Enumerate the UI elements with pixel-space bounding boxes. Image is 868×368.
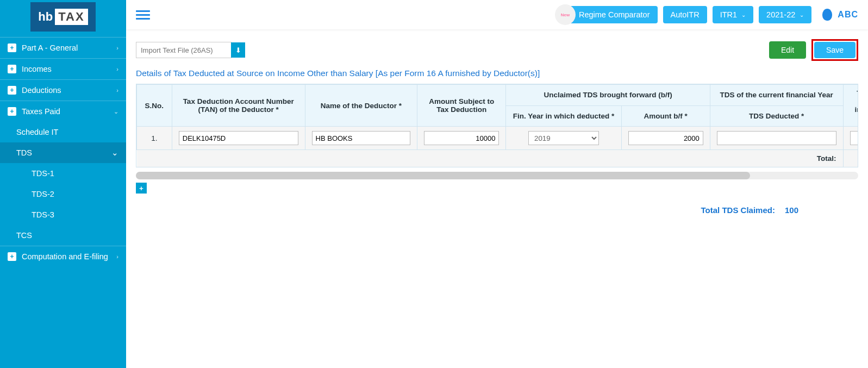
tds-claimed-input[interactable] <box>850 131 858 145</box>
col-tds-current-group: TDS of the current financial Year <box>710 85 843 106</box>
sidebar-item-label: Incomes <box>22 65 116 73</box>
chevron-down-icon: ⌄ <box>800 12 804 18</box>
dropdown-label: 2021-22 <box>766 10 795 19</box>
sidebar-item-label: TDS-3 <box>32 210 54 219</box>
chevron-down-icon: ⌄ <box>111 148 118 157</box>
add-row-button[interactable]: + <box>136 183 147 194</box>
sidebar-item-label: TDS-1 <box>32 169 54 178</box>
sidebar-item-label: Schedule IT <box>16 128 58 136</box>
expand-icon: + <box>8 43 16 52</box>
col-sno: S.No. <box>137 85 172 127</box>
autoitr-button[interactable]: AutoITR <box>663 6 707 23</box>
main: New Regime Comparator AutoITR ITR1 ⌄ 202… <box>126 0 868 368</box>
sidebar-item-tds3[interactable]: TDS-3 <box>0 204 126 225</box>
sidebar-item-tds1[interactable]: TDS-1 <box>0 163 126 184</box>
topbar: New Regime Comparator AutoITR ITR1 ⌄ 202… <box>126 0 868 29</box>
year-dropdown[interactable]: 2021-22 ⌄ <box>759 6 811 23</box>
sidebar-item-label: TDS <box>16 148 111 157</box>
total-row: Total: <box>137 150 859 167</box>
sidebar-item-label: Taxes Paid <box>22 107 114 116</box>
regime-comparator-button[interactable]: Regime Comparator <box>569 6 658 23</box>
save-button-highlight: Save <box>811 39 858 61</box>
scrollbar-thumb[interactable] <box>136 172 750 179</box>
sidebar-item-part-a[interactable]: + Part A - General › <box>0 37 126 58</box>
import-download-button[interactable]: ⬇ <box>231 42 245 58</box>
sidebar-item-computation[interactable]: + Computation and E-filing › <box>0 246 126 267</box>
chevron-down-icon: ⌄ <box>114 108 118 115</box>
table-row: 1. 2019 <box>137 127 859 150</box>
button-label: AutoITR <box>671 10 700 19</box>
chevron-right-icon: › <box>116 66 118 72</box>
sidebar-item-label: TDS-2 <box>32 190 54 198</box>
hamburger-icon[interactable] <box>136 8 150 22</box>
tds-table: S.No. Tax Deduction Account Number (TAN)… <box>136 84 858 167</box>
action-row: ⬇ Edit Save <box>136 39 858 61</box>
sidebar-item-tds2[interactable]: TDS-2 <box>0 184 126 204</box>
itr-dropdown[interactable]: ITR1 ⌄ <box>713 6 753 23</box>
dropdown-label: ITR1 <box>720 10 737 19</box>
amount-subject-input[interactable] <box>424 131 499 145</box>
logo-tax: TAX <box>55 9 88 25</box>
import-file-input[interactable] <box>136 42 232 58</box>
username-label: ABC <box>838 10 858 20</box>
chevron-right-icon: › <box>116 87 118 93</box>
amount-bf-input[interactable] <box>628 131 703 145</box>
col-unclaimed-group: Unclaimed TDS brought forward (b/f) <box>506 85 710 106</box>
col-credit: TDS credit being claimed this Year (only… <box>843 85 858 127</box>
logo-hb: hb <box>38 10 53 24</box>
sidebar-item-label: Part A - General <box>22 43 116 52</box>
col-amount-subject: Amount Subject to Tax Deduction <box>417 85 506 127</box>
col-amount-bf: Amount b/f * <box>621 105 710 127</box>
total-tds-claimed-label: Total TDS Claimed: <box>701 205 775 215</box>
sidebar-item-label: Deductions <box>22 86 116 95</box>
sidebar-item-incomes[interactable]: + Incomes › <box>0 58 126 79</box>
expand-icon: + <box>8 107 16 116</box>
content: ⬇ Edit Save Details of Tax Deducted at S… <box>126 29 868 224</box>
total-label: Total: <box>710 150 843 167</box>
col-tan: Tax Deduction Account Number (TAN) of th… <box>172 85 305 127</box>
horizontal-scrollbar[interactable] <box>136 172 858 179</box>
sidebar-item-label: Computation and E-filing <box>22 252 116 261</box>
col-name: Name of the Deductor * <box>305 85 417 127</box>
chevron-right-icon: › <box>116 45 118 51</box>
section-title: Details of Tax Deducted at Source on Inc… <box>136 68 858 78</box>
plus-icon: + <box>139 184 143 192</box>
save-button[interactable]: Save <box>814 42 855 58</box>
chevron-right-icon: › <box>116 253 118 260</box>
sidebar: hb TAX + Part A - General › + Incomes › … <box>0 0 126 368</box>
deductor-name-input[interactable] <box>312 131 411 145</box>
download-icon: ⬇ <box>235 46 241 54</box>
summary: Total TDS Claimed: 100 <box>136 205 858 215</box>
logo: hb TAX <box>0 0 126 37</box>
total-tds-claimed-value: 100 <box>785 205 798 215</box>
sidebar-item-label: TCS <box>16 231 32 240</box>
cell-sno: 1. <box>137 127 172 150</box>
sidebar-item-tds[interactable]: TDS ⌄ <box>0 142 126 163</box>
fin-year-select[interactable]: 2019 <box>528 131 599 145</box>
tds-deducted-input[interactable] <box>717 131 836 145</box>
sidebar-item-deductions[interactable]: + Deductions › <box>0 79 126 101</box>
expand-icon: + <box>8 65 16 73</box>
col-tds-deducted: TDS Deducted * <box>710 105 843 127</box>
avatar-icon[interactable] <box>822 9 832 21</box>
button-label: Regime Comparator <box>579 10 650 19</box>
chevron-down-icon: ⌄ <box>741 12 746 18</box>
expand-icon: + <box>8 86 16 95</box>
edit-button[interactable]: Edit <box>769 41 806 59</box>
sidebar-item-schedule-it[interactable]: Schedule IT <box>0 122 126 142</box>
sidebar-item-tcs[interactable]: TCS <box>0 225 126 246</box>
tds-table-scroll[interactable]: S.No. Tax Deduction Account Number (TAN)… <box>136 84 858 167</box>
col-fin-year: Fin. Year in which deducted * <box>506 105 621 127</box>
expand-icon: + <box>8 252 16 261</box>
tan-input[interactable] <box>179 131 298 145</box>
sidebar-item-taxes-paid[interactable]: + Taxes Paid ⌄ <box>0 101 126 122</box>
new-badge-icon: New <box>555 4 576 25</box>
